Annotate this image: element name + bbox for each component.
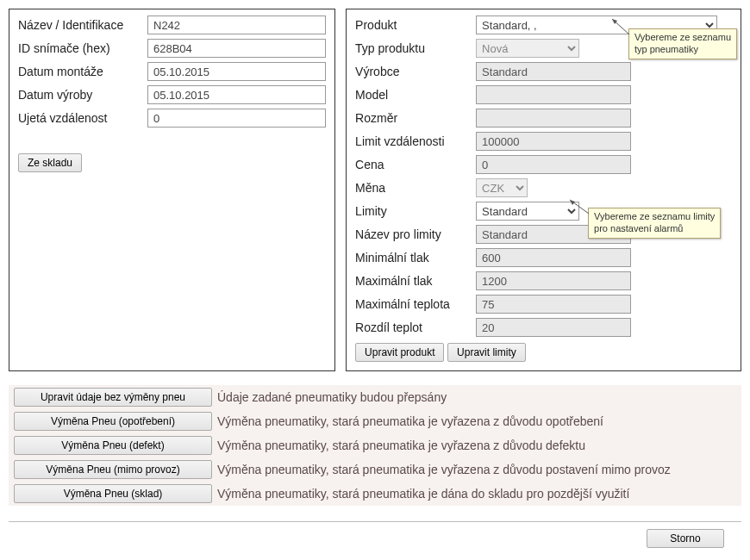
limits-label: Limity (355, 204, 476, 218)
action-row: Výměna Pneu (opotřebení) Výměna pneumati… (9, 409, 741, 433)
action-desc: Výměna pneumatiky, stará pneumatika je d… (217, 487, 629, 501)
pmax-input (476, 271, 631, 290)
actions-panel: Upravit údaje bez výměny pneu Údaje zada… (9, 385, 741, 506)
callout-text: Vybereme ze seznamu (634, 32, 731, 42)
sensor-id-label: ID snímače (hex) (18, 41, 147, 55)
name-label: Název / Identifikace (18, 18, 147, 32)
mount-date-label: Datum montáže (18, 65, 147, 78)
action-row: Výměna Pneu (sklad) Výměna pneumatiky, s… (9, 482, 741, 506)
price-label: Cena (355, 158, 476, 171)
edit-product-button[interactable]: Upravit produkt (355, 343, 444, 362)
prod-date-input[interactable] (147, 85, 326, 104)
callout-text: Vybereme ze seznamu limity (594, 211, 715, 221)
action-desc: Výměna pneumatiky, stará pneumatika je v… (217, 414, 603, 428)
action-desc: Údaje zadané pneumatiky budou přepsány (217, 390, 447, 404)
distance-input[interactable] (147, 109, 326, 128)
tmax-input (476, 295, 631, 314)
callout-limits: Vybereme ze seznamu limity pro nastavení… (588, 208, 721, 239)
pmax-label: Maximální tlak (355, 274, 476, 288)
left-panel: Název / Identifikace ID snímače (hex) Da… (9, 9, 335, 371)
tdiff-input (476, 318, 631, 337)
action-edit-no-change-button[interactable]: Upravit údaje bez výměny pneu (14, 388, 212, 407)
action-desc: Výměna pneumatiky, stará pneumatika je v… (217, 463, 671, 476)
action-change-stock-button[interactable]: Výměna Pneu (sklad) (14, 484, 212, 503)
separator (9, 521, 741, 522)
action-row: Výměna Pneu (defekt) Výměna pneumatiky, … (9, 433, 741, 457)
action-row: Výměna Pneu (mimo provoz) Výměna pneumat… (9, 457, 741, 482)
pmin-input (476, 248, 631, 267)
action-desc: Výměna pneumatiky, stará pneumatika je v… (217, 439, 585, 452)
limits-select[interactable]: Standard (476, 202, 579, 221)
manufacturer-input (476, 62, 631, 81)
callout-product-type: Vybereme ze seznamu typ pneumatiky (628, 28, 737, 59)
product-type-label: Typ produktu (355, 41, 476, 55)
distance-label: Ujetá vzdálenost (18, 111, 147, 125)
from-stock-button[interactable]: Ze skladu (18, 153, 82, 172)
size-label: Rozměr (355, 111, 476, 125)
sensor-id-input[interactable] (147, 39, 326, 58)
model-label: Model (355, 88, 476, 102)
price-input (476, 155, 631, 174)
action-change-wear-button[interactable]: Výměna Pneu (opotřebení) (14, 412, 212, 431)
model-input (476, 85, 631, 104)
action-row: Upravit údaje bez výměny pneu Údaje zada… (9, 385, 741, 409)
distance-limit-input (476, 132, 631, 151)
mount-date-input[interactable] (147, 62, 326, 81)
right-panel: Produkt Standard, , Typ produktu Nová Vý… (346, 9, 741, 371)
svg-marker-3 (570, 200, 575, 205)
action-change-defect-button[interactable]: Výměna Pneu (defekt) (14, 436, 212, 455)
distance-limit-label: Limit vzdálenosti (355, 134, 476, 148)
prod-date-label: Datum výroby (18, 88, 147, 102)
edit-limits-button[interactable]: Upravit limity (447, 343, 526, 362)
cancel-button[interactable]: Storno (647, 529, 724, 548)
product-type-select[interactable]: Nová (476, 39, 579, 58)
callout-text: typ pneumatiky (634, 44, 698, 54)
limits-name-label: Název pro limity (355, 227, 476, 241)
currency-select[interactable]: CZK (476, 178, 528, 197)
callout-text: pro nastavení alarmů (594, 223, 683, 233)
currency-label: Měna (355, 181, 476, 195)
action-change-outofservice-button[interactable]: Výměna Pneu (mimo provoz) (14, 460, 212, 479)
product-label: Produkt (355, 18, 476, 32)
size-input (476, 109, 631, 128)
tmax-label: Maximální teplota (355, 297, 476, 311)
pmin-label: Minimální tlak (355, 251, 476, 264)
footer: Storno (9, 529, 741, 548)
name-input[interactable] (147, 16, 326, 34)
manufacturer-label: Výrobce (355, 65, 476, 78)
tdiff-label: Rozdíl teplot (355, 320, 476, 334)
